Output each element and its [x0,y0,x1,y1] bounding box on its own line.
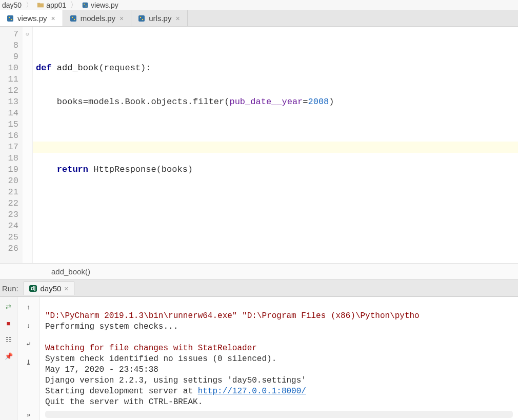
run-toolbar-secondary: ↑ ↓ ⤶ ⤓ » [17,297,40,420]
chevron-right-icon: 〉 [69,1,78,10]
more-icon[interactable]: » [23,409,34,420]
fold-gutter: ⊖ [23,27,33,263]
context-path: add_book() [51,267,90,276]
fold-toggle-icon[interactable]: ⊖ [23,29,32,40]
console-line: Django version 2.2.3, using settings 'da… [45,376,306,385]
line-number-gutter: 78910111213 14151617181920 212223242526 [0,27,23,263]
tab-label: urls.py [149,14,171,23]
svg-point-13 [142,18,143,19]
arrow-up-icon[interactable]: ↑ [23,301,34,312]
close-icon[interactable]: × [64,285,68,293]
console-line: Performing system checks... [45,322,178,331]
pin-icon[interactable]: 📌 [3,350,14,362]
svg-rect-2 [83,3,88,8]
svg-point-6 [9,16,10,17]
console-line: Watching for file changes with StatReloa… [45,344,257,353]
tab-views[interactable]: views.py × [0,10,63,26]
python-file-icon [82,2,89,9]
stop-icon[interactable]: ■ [3,317,14,329]
folder-icon [37,2,44,9]
code-area[interactable]: def add_book(request): books=models.Book… [33,27,518,263]
console-line: System check identified no issues (0 sil… [45,354,276,364]
close-icon[interactable]: × [174,14,181,23]
server-url-link[interactable]: http://127.0.0.1:8000/ [198,387,306,396]
horizontal-scrollbar[interactable] [45,411,513,418]
python-file-icon [69,14,77,23]
close-icon[interactable]: × [50,14,56,23]
arrow-down-icon[interactable]: ↓ [23,319,34,331]
svg-rect-8 [70,15,76,22]
svg-rect-11 [138,15,145,22]
python-file-icon [6,14,14,23]
breadcrumb-project[interactable]: day50 [2,1,22,9]
breadcrumb-app[interactable]: app01 [37,1,66,9]
console-output[interactable]: "D:\PyCharm 2019.1.3\bin\runnerw64.exe" … [40,297,518,420]
current-line-highlight [33,142,518,153]
django-icon: dj [29,285,37,292]
tab-label: views.py [17,14,47,23]
svg-point-3 [84,4,85,5]
run-toolbar-primary: ⇄ ■ ☷ 📌 [0,297,17,420]
run-config-tab[interactable]: dj day50 × [24,282,74,295]
tab-urls[interactable]: urls.py × [131,10,187,26]
breadcrumb-file[interactable]: views.py [82,1,118,9]
console-line: Starting development server at http://12… [45,387,306,396]
run-panel: ⇄ ■ ☷ 📌 ↑ ↓ ⤶ ⤓ » "D:\PyCharm 2019.1.3\b… [0,297,518,420]
console-line: May 17, 2020 - 23:45:38 [45,365,158,374]
layout-icon[interactable]: ☷ [3,334,14,345]
rerun-icon[interactable]: ⇄ [3,301,14,312]
run-panel-header: Run: dj day50 × [0,279,518,297]
context-bar: add_book() [0,263,518,279]
svg-point-10 [74,18,75,19]
tab-models[interactable]: models.py × [63,10,132,26]
svg-point-4 [86,6,87,7]
svg-rect-5 [7,15,13,22]
svg-rect-1 [37,3,40,5]
run-config-name: day50 [40,284,61,293]
svg-point-12 [140,16,141,17]
soft-wrap-icon[interactable]: ⤶ [23,338,34,349]
chevron-right-icon: 〉 [25,1,34,10]
run-label: Run: [2,284,18,293]
python-file-icon [137,14,146,23]
tab-label: models.py [81,14,115,23]
code-editor[interactable]: 78910111213 14151617181920 212223242526 … [0,27,518,263]
console-line: Quit the server with CTRL-BREAK. [45,397,203,407]
close-icon[interactable]: × [118,14,125,23]
breadcrumb: day50 〉 app01 〉 views.py [0,0,518,10]
console-line: "D:\PyCharm 2019.1.3\bin\runnerw64.exe" … [45,311,420,321]
editor-tabs: views.py × models.py × urls.py × [0,10,518,27]
scroll-to-end-icon[interactable]: ⤓ [23,356,34,368]
svg-point-7 [11,18,12,19]
svg-point-9 [72,16,73,17]
